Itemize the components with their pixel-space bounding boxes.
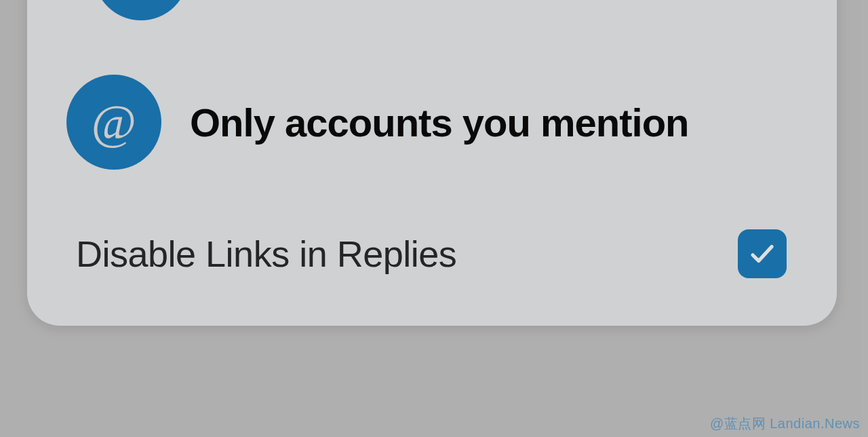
check-icon bbox=[748, 240, 776, 268]
option-icon-previous bbox=[94, 0, 189, 20]
toggle-label-disable-links: Disable Links in Replies bbox=[76, 233, 456, 275]
at-icon: @ bbox=[66, 75, 161, 170]
option-row-mention[interactable]: @ Only accounts you mention bbox=[27, 75, 837, 170]
toggle-row-disable-links: Disable Links in Replies bbox=[27, 229, 837, 278]
option-label-mention: Only accounts you mention bbox=[190, 100, 689, 145]
settings-card: @ Only accounts you mention Disable Link… bbox=[27, 0, 837, 326]
checkbox-disable-links[interactable] bbox=[738, 229, 787, 278]
watermark-text: @蓝点网 Landian.News bbox=[710, 415, 860, 433]
